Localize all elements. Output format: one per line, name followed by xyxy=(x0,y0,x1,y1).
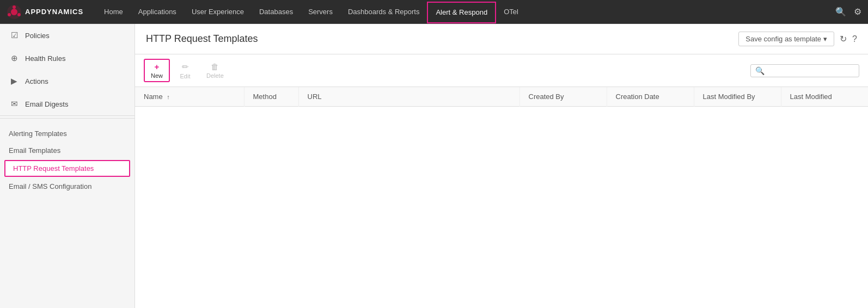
col-header-last-modified-by[interactable]: Last Modified By xyxy=(694,87,781,107)
col-header-created-by[interactable]: Created By xyxy=(519,87,607,107)
edit-button[interactable]: ✏ Edit xyxy=(172,59,198,82)
sidebar-item-email-digests[interactable]: ✉ Email Digests xyxy=(0,93,135,115)
sidebar-policies-label: Policies xyxy=(25,32,50,40)
templates-table: Name ↑ Method URL Created By Creation Da… xyxy=(135,87,868,107)
sidebar-http-request-templates[interactable]: HTTP Request Templates xyxy=(4,160,130,177)
svg-point-3 xyxy=(17,13,21,16)
toolbar: + New ✏ Edit 🗑 Delete 🔍 xyxy=(135,54,868,87)
table-header-row: Name ↑ Method URL Created By Creation Da… xyxy=(135,87,868,107)
email-digests-icon: ✉ xyxy=(9,99,20,109)
edit-label: Edit xyxy=(180,73,191,79)
global-settings-icon[interactable]: ⚙ xyxy=(854,7,861,17)
logo-text: APPDYNAMICS xyxy=(25,8,83,16)
sidebar: ☑ Policies ⊕ Health Rules ▶ Actions ✉ Em… xyxy=(0,24,135,308)
delete-trash-icon: 🗑 xyxy=(211,62,219,71)
delete-label: Delete xyxy=(206,72,224,79)
search-icon: 🔍 xyxy=(755,66,765,75)
sidebar-email-digests-label: Email Digests xyxy=(25,100,68,108)
policies-icon: ☑ xyxy=(9,30,20,40)
main-layout: ☑ Policies ⊕ Health Rules ▶ Actions ✉ Em… xyxy=(0,24,868,308)
sidebar-main-section: ☑ Policies ⊕ Health Rules ▶ Actions ✉ Em… xyxy=(0,24,135,116)
sidebar-actions-label: Actions xyxy=(25,77,48,85)
help-icon[interactable]: ? xyxy=(852,34,857,44)
svg-point-1 xyxy=(11,9,17,15)
edit-pencil-icon: ✏ xyxy=(182,62,189,72)
http-request-templates-table: Name ↑ Method URL Created By Creation Da… xyxy=(135,87,868,308)
nav-items: Home Applications User Experience Databa… xyxy=(96,0,835,24)
col-header-method[interactable]: Method xyxy=(244,87,298,107)
nav-right-actions: 🔍 ⚙ xyxy=(835,7,861,17)
global-search-icon[interactable]: 🔍 xyxy=(835,7,846,17)
page-header-right: Save config as template ▾ ↻ ? xyxy=(738,32,857,46)
sidebar-divider xyxy=(0,118,135,119)
new-label: New xyxy=(151,72,163,79)
nav-home[interactable]: Home xyxy=(96,0,131,24)
col-header-name[interactable]: Name ↑ xyxy=(135,87,244,107)
sidebar-alerting-templates[interactable]: Alerting Templates xyxy=(0,125,135,142)
sidebar-email-templates[interactable]: Email Templates xyxy=(0,142,135,159)
page-header: HTTP Request Templates Save config as te… xyxy=(135,24,868,54)
refresh-icon[interactable]: ↻ xyxy=(840,34,847,44)
col-header-last-modified[interactable]: Last Modified xyxy=(781,87,868,107)
sidebar-item-policies[interactable]: ☑ Policies xyxy=(0,24,135,47)
name-sort-icon: ↑ xyxy=(167,94,170,100)
delete-button[interactable]: 🗑 Delete xyxy=(200,59,230,82)
nav-dashboards-reports[interactable]: Dashboards & Reports xyxy=(340,0,427,24)
main-content: HTTP Request Templates Save config as te… xyxy=(135,24,868,308)
new-plus-icon: + xyxy=(155,62,160,71)
new-button[interactable]: + New xyxy=(144,59,170,82)
nav-databases[interactable]: Databases xyxy=(252,0,301,24)
app-logo[interactable]: APPDYNAMICS xyxy=(7,4,83,20)
svg-point-4 xyxy=(8,13,11,16)
page-title: HTTP Request Templates xyxy=(146,33,258,45)
search-input[interactable] xyxy=(765,66,854,75)
svg-point-2 xyxy=(13,5,16,9)
nav-applications[interactable]: Applications xyxy=(131,0,184,24)
sidebar-health-rules-label: Health Rules xyxy=(25,54,65,63)
sidebar-item-actions[interactable]: ▶ Actions xyxy=(0,70,135,93)
nav-alert-respond[interactable]: Alert & Respond xyxy=(427,2,496,23)
sidebar-item-health-rules[interactable]: ⊕ Health Rules xyxy=(0,47,135,70)
nav-servers[interactable]: Servers xyxy=(301,0,340,24)
save-config-button[interactable]: Save config as template ▾ xyxy=(738,32,834,46)
save-config-label: Save config as template xyxy=(745,35,821,43)
col-header-url[interactable]: URL xyxy=(298,87,519,107)
col-header-creation-date[interactable]: Creation Date xyxy=(607,87,694,107)
nav-user-experience[interactable]: User Experience xyxy=(184,0,252,24)
health-rules-icon: ⊕ xyxy=(9,53,20,63)
save-config-dropdown-icon: ▾ xyxy=(823,35,827,43)
sidebar-email-sms-config[interactable]: Email / SMS Configuration xyxy=(0,178,135,195)
nav-otel[interactable]: OTel xyxy=(496,0,526,24)
actions-icon: ▶ xyxy=(9,76,20,86)
top-navigation: APPDYNAMICS Home Applications User Exper… xyxy=(0,0,868,24)
search-box: 🔍 xyxy=(750,64,859,77)
sidebar-sub-group: Alerting Templates Email Templates HTTP … xyxy=(0,121,135,199)
